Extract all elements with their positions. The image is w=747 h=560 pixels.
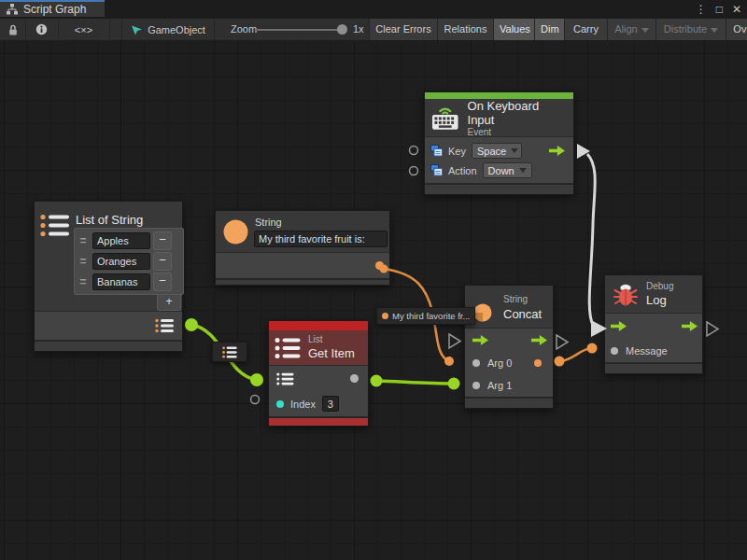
gameobject-label: GameObject — [148, 24, 205, 35]
tab-script-graph[interactable]: Script Graph — [0, 0, 105, 17]
clear-errors-button[interactable]: Clear Errors — [369, 19, 437, 40]
list-icon — [40, 214, 71, 237]
input-action-icon — [430, 145, 443, 157]
key-dropdown[interactable]: Space — [472, 143, 522, 159]
input-action-icon — [430, 164, 443, 176]
list-item-row: = − — [77, 251, 181, 272]
arg0-label: Arg 0 — [487, 357, 512, 369]
drag-handle[interactable]: = — [77, 275, 90, 288]
node-footer — [425, 183, 573, 194]
relations-button[interactable]: Relations — [437, 19, 493, 40]
tooltip-text: My third favorite fr... — [392, 311, 470, 321]
align-button[interactable]: Align — [607, 19, 655, 40]
script-graph-icon — [6, 4, 19, 15]
keyboard-icon — [430, 105, 460, 131]
node-title: List of String — [76, 213, 143, 227]
control-input-port[interactable] — [611, 321, 627, 331]
graph-inspector-button[interactable] — [25, 19, 59, 40]
node-footer — [465, 397, 553, 408]
action-port-label: Action — [448, 165, 477, 176]
node-category: String — [503, 294, 528, 304]
remove-item-button[interactable]: − — [153, 252, 172, 271]
node-title: Concat — [503, 307, 542, 321]
control-input-port[interactable] — [472, 335, 488, 345]
window-close-icon[interactable]: ✕ — [732, 0, 741, 19]
list-item-row: = − — [77, 272, 181, 292]
list-input-port[interactable] — [276, 372, 294, 385]
remove-item-button[interactable]: − — [153, 273, 172, 291]
graph-canvas[interactable]: On Keyboard Input Event Key Space — [0, 40, 747, 560]
chevron-down-icon — [711, 28, 718, 33]
control-output-port[interactable] — [682, 321, 698, 331]
string-value-icon — [382, 313, 388, 319]
node-category: List — [308, 334, 323, 344]
node-get-item[interactable]: List Get Item Index — [268, 320, 369, 427]
values-button[interactable]: Values — [493, 19, 534, 40]
node-concat[interactable]: String Concat Arg 0 Arg 1 — [464, 285, 554, 409]
add-item-button[interactable]: + — [157, 294, 181, 311]
control-output-port[interactable] — [531, 335, 547, 345]
list-value-icon — [222, 346, 237, 358]
list-icon — [275, 337, 302, 359]
gameobject-button[interactable]: GameObject — [121, 19, 215, 40]
arg1-label: Arg 1 — [487, 380, 512, 391]
info-icon — [35, 23, 48, 35]
drag-handle[interactable]: = — [77, 234, 90, 247]
distribute-button[interactable]: Distribute — [655, 19, 726, 40]
drag-handle[interactable]: = — [77, 255, 90, 268]
list-item-field[interactable] — [92, 232, 150, 249]
node-title: String — [255, 217, 282, 228]
unity-script-graph-window: Script Graph ⋮ □ ✕ <×> — [0, 0, 747, 560]
lock-button[interactable] — [0, 19, 26, 40]
arg1-input-port[interactable] — [472, 382, 480, 389]
node-title: Get Item — [308, 346, 355, 360]
node-subtitle: Event — [468, 127, 568, 137]
window-menu-icon[interactable]: ⋮ — [696, 0, 707, 19]
node-on-keyboard-input[interactable]: On Keyboard Input Event Key Space — [424, 91, 574, 195]
arg0-input-port[interactable] — [472, 359, 480, 367]
connection-list-tooltip — [212, 342, 247, 362]
message-label: Message — [626, 345, 668, 357]
graph-toolbar: <×> GameObject Zoom 1x Clear Errors Rela… — [0, 19, 747, 41]
concat-icon — [473, 303, 492, 322]
item-output-port[interactable] — [350, 374, 359, 383]
node-title: On Keyboard Input — [468, 99, 568, 127]
node-footer — [35, 340, 182, 351]
index-input-port[interactable] — [276, 400, 284, 408]
action-dropdown[interactable]: Down — [483, 162, 532, 178]
connection-getitem-to-concat — [371, 375, 460, 390]
node-footer — [216, 278, 389, 285]
chevron-down-icon — [511, 148, 518, 153]
dim-button[interactable]: Dim — [534, 19, 564, 40]
edit-script-button[interactable]: <×> — [58, 19, 110, 40]
index-value-field[interactable] — [322, 396, 339, 412]
string-value-field[interactable] — [254, 231, 388, 247]
overview-button[interactable]: Overv — [726, 19, 747, 40]
window-maximize-icon[interactable]: □ — [716, 0, 723, 19]
chevron-down-icon — [519, 168, 527, 173]
connection-value-tooltip: My third favorite fr... — [376, 307, 475, 325]
chevron-down-icon — [641, 28, 649, 33]
remove-item-button[interactable]: − — [153, 231, 172, 250]
zoom-slider[interactable] — [256, 29, 343, 31]
carry-button[interactable]: Carry — [564, 19, 607, 40]
title-bar: Script Graph ⋮ □ ✕ — [0, 0, 747, 19]
string-output-port[interactable] — [375, 261, 384, 270]
zoom-slider-handle[interactable] — [337, 24, 347, 35]
node-title: Log — [646, 293, 667, 307]
list-output-port[interactable] — [155, 318, 175, 333]
node-list-of-string[interactable]: List of String = − = − = — [34, 201, 183, 352]
node-string-literal[interactable]: String — [215, 210, 390, 286]
list-item-field[interactable] — [92, 253, 150, 270]
gameobject-icon — [131, 24, 143, 35]
node-debug-log[interactable]: Debug Log Message — [604, 274, 703, 374]
index-port-label: Index — [290, 399, 316, 410]
list-editor: = − = − = − + — [74, 228, 184, 295]
control-output-port[interactable] — [549, 146, 565, 156]
result-output-port[interactable] — [534, 359, 542, 367]
message-input-port[interactable] — [611, 347, 618, 355]
list-item-row: = − — [77, 231, 181, 251]
zoom-label: Zoom — [231, 23, 257, 35]
error-strip-top — [269, 321, 368, 330]
list-item-field[interactable] — [92, 273, 150, 290]
